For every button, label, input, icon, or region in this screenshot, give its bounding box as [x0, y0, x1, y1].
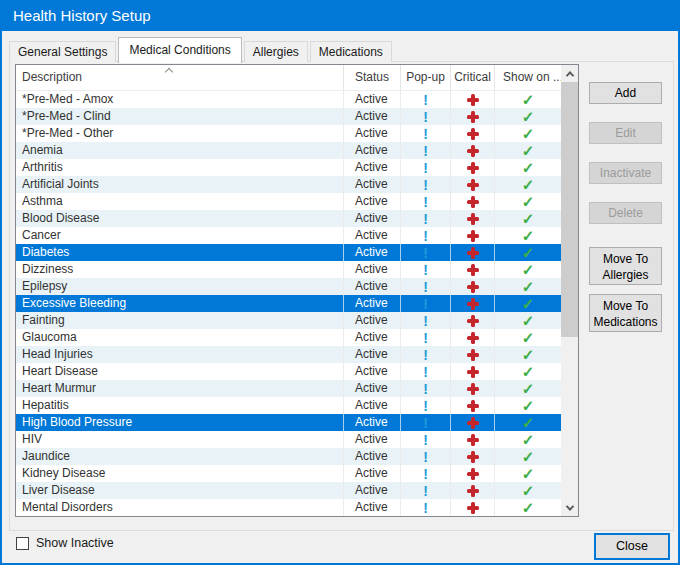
conditions-listview: Description Status Pop-up Critical Show … [15, 64, 579, 517]
row-status: Active [343, 227, 400, 244]
table-row[interactable]: Fainting Active ! ✓ [16, 312, 561, 329]
row-description: Dizziness [16, 261, 343, 278]
row-show-on-cell: ✓ [494, 380, 561, 397]
title-bar[interactable]: Health History Setup [2, 1, 678, 31]
show-on-check-icon: ✓ [522, 109, 535, 125]
table-row[interactable]: Artificial Joints Active ! ✓ [16, 176, 561, 193]
table-row[interactable]: Liver Disease Active ! ✓ [16, 482, 561, 499]
table-row[interactable]: Glaucoma Active ! ✓ [16, 329, 561, 346]
table-row[interactable]: Hepatitis Active ! ✓ [16, 397, 561, 414]
column-header-status[interactable]: Status [343, 65, 400, 90]
critical-cross-icon [467, 349, 479, 361]
table-row[interactable]: Head Injuries Active ! ✓ [16, 346, 561, 363]
table-row[interactable]: High Blood Pressure Active ! ✓ [16, 414, 561, 431]
table-row[interactable]: Kidney Disease Active ! ✓ [16, 465, 561, 482]
show-on-check-icon: ✓ [522, 211, 535, 227]
row-popup-cell: ! [400, 176, 450, 193]
row-show-on-cell: ✓ [494, 176, 561, 193]
add-button[interactable]: Add [589, 82, 662, 104]
table-row[interactable]: Diabetes Active ! ✓ [16, 244, 561, 261]
row-status: Active [343, 193, 400, 210]
show-on-check-icon: ✓ [522, 330, 535, 346]
critical-cross-icon [467, 366, 479, 378]
row-critical-cell [450, 414, 494, 431]
inactivate-button: Inactivate [589, 162, 662, 184]
show-on-check-icon: ✓ [522, 432, 535, 448]
popup-exclamation-icon: ! [423, 245, 428, 261]
critical-cross-icon [467, 332, 479, 344]
table-row[interactable]: Asthma Active ! ✓ [16, 193, 561, 210]
popup-exclamation-icon: ! [423, 432, 428, 448]
show-on-check-icon: ✓ [522, 381, 535, 397]
table-row[interactable]: Dizziness Active ! ✓ [16, 261, 561, 278]
row-description: Head Injuries [16, 346, 343, 363]
popup-exclamation-icon: ! [423, 279, 428, 295]
row-status: Active [343, 278, 400, 295]
table-row[interactable]: Mental Disorders Active ! ✓ [16, 499, 561, 516]
row-status: Active [343, 312, 400, 329]
critical-cross-icon [467, 298, 479, 310]
popup-exclamation-icon: ! [423, 483, 428, 499]
row-description: Heart Disease [16, 363, 343, 380]
scroll-up-button[interactable] [561, 65, 578, 82]
table-row[interactable]: Anemia Active ! ✓ [16, 142, 561, 159]
row-status: Active [343, 346, 400, 363]
row-popup-cell: ! [400, 363, 450, 380]
critical-cross-icon [467, 315, 479, 327]
show-on-check-icon: ✓ [522, 143, 535, 159]
tab-general-settings[interactable]: General Settings [9, 41, 116, 62]
show-on-check-icon: ✓ [522, 466, 535, 482]
row-popup-cell: ! [400, 142, 450, 159]
table-row[interactable]: Blood Disease Active ! ✓ [16, 210, 561, 227]
column-header-critical[interactable]: Critical [450, 65, 494, 90]
row-status: Active [343, 465, 400, 482]
critical-cross-icon [467, 111, 479, 123]
close-button[interactable]: Close [594, 533, 670, 560]
row-show-on-cell: ✓ [494, 210, 561, 227]
table-row[interactable]: *Pre-Med - Clind Active ! ✓ [16, 108, 561, 125]
table-row[interactable]: Heart Murmur Active ! ✓ [16, 380, 561, 397]
table-row[interactable]: Jaundice Active ! ✓ [16, 448, 561, 465]
column-header-popup[interactable]: Pop-up [400, 65, 450, 90]
popup-exclamation-icon: ! [423, 211, 428, 227]
row-description: High Blood Pressure [16, 414, 343, 431]
table-row[interactable]: *Pre-Med - Amox Active ! ✓ [16, 91, 561, 108]
column-header-description[interactable]: Description [16, 65, 343, 90]
table-row[interactable]: Excessive Bleeding Active ! ✓ [16, 295, 561, 312]
show-on-check-icon: ✓ [522, 347, 535, 363]
tab-allergies[interactable]: Allergies [244, 41, 308, 62]
row-show-on-cell: ✓ [494, 295, 561, 312]
row-popup-cell: ! [400, 329, 450, 346]
row-description: *Pre-Med - Clind [16, 108, 343, 125]
table-row[interactable]: *Pre-Med - Other Active ! ✓ [16, 125, 561, 142]
row-status: Active [343, 125, 400, 142]
show-on-check-icon: ✓ [522, 126, 535, 142]
table-row[interactable]: Cancer Active ! ✓ [16, 227, 561, 244]
row-show-on-cell: ✓ [494, 397, 561, 414]
critical-cross-icon [467, 417, 479, 429]
row-status: Active [343, 414, 400, 431]
column-header-show-on[interactable]: Show on ... [494, 65, 561, 90]
row-critical-cell [450, 482, 494, 499]
move-to-allergies-button[interactable]: Move To Allergies [589, 247, 662, 285]
table-row[interactable]: Heart Disease Active ! ✓ [16, 363, 561, 380]
table-row[interactable]: HIV Active ! ✓ [16, 431, 561, 448]
scroll-down-button[interactable] [561, 499, 578, 516]
tab-medical-conditions[interactable]: Medical Conditions [118, 37, 241, 63]
tab-medications[interactable]: Medications [310, 41, 392, 62]
row-show-on-cell: ✓ [494, 346, 561, 363]
move-to-medications-button[interactable]: Move To Medications [589, 294, 662, 332]
table-row[interactable]: Epilepsy Active ! ✓ [16, 278, 561, 295]
popup-exclamation-icon: ! [423, 398, 428, 414]
popup-exclamation-icon: ! [423, 194, 428, 210]
critical-cross-icon [467, 451, 479, 463]
scrollbar-thumb[interactable] [561, 82, 578, 337]
show-inactive-checkbox[interactable]: Show Inactive [16, 536, 114, 550]
row-popup-cell: ! [400, 261, 450, 278]
row-critical-cell [450, 397, 494, 414]
scrollbar-track[interactable] [561, 82, 578, 499]
row-description: Hepatitis [16, 397, 343, 414]
table-row[interactable]: Arthritis Active ! ✓ [16, 159, 561, 176]
vertical-scrollbar[interactable] [561, 65, 578, 516]
show-on-check-icon: ✓ [522, 296, 535, 312]
